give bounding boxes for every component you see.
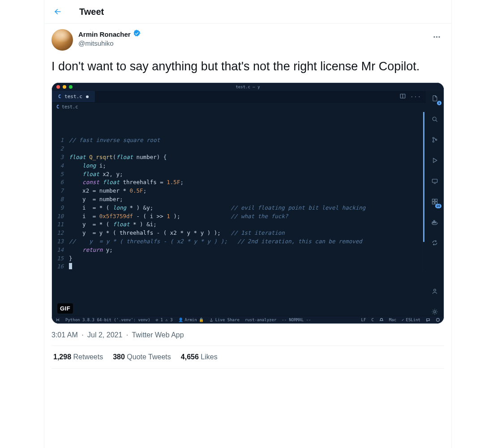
line-number: 10 <box>52 212 69 221</box>
svg-rect-15 <box>432 202 434 204</box>
code-line: 10 i = 0x5f3759df - ( i >> 1 ); // what … <box>52 212 426 221</box>
code-line: 4 long i; <box>52 162 426 170</box>
code-content: y = number; <box>69 195 426 204</box>
retweets-stat[interactable]: 1,298 Retweets <box>53 353 103 361</box>
line-number: 16 <box>52 263 69 271</box>
status-vim-mode: -- NORMAL -- <box>282 318 311 322</box>
code-content: // y = y * ( threehalfs - ( x2 * y * y )… <box>69 237 426 246</box>
tab-modified-dot-icon <box>86 95 89 98</box>
extensions-icon[interactable]: 16 <box>431 198 439 206</box>
tweet: Armin Ronacher @mitsuhiko I don't want t… <box>44 24 451 370</box>
line-number: 7 <box>52 187 69 195</box>
tweet-stats: 1,298 Retweets 380 Quote Tweets 4,656 Li… <box>51 346 444 369</box>
code-content: i = 0x5f3759df - ( i >> 1 ); // what the… <box>69 212 426 221</box>
tweet-time[interactable]: 3:01 AM <box>51 331 78 339</box>
code-line: 12 y = y * ( threehalfs - ( x2 * y * y )… <box>52 229 426 237</box>
line-number: 12 <box>52 229 69 237</box>
files-icon[interactable]: 1 <box>431 95 439 103</box>
author-block: Armin Ronacher @mitsuhiko <box>78 29 141 47</box>
status-mac[interactable]: Mac <box>389 318 396 322</box>
tweet-text: I don't want to say anything but that's … <box>51 59 444 74</box>
code-content: i = * ( long * ) &y; // evil floating po… <box>69 204 426 212</box>
docker-icon[interactable] <box>431 218 439 226</box>
status-feedback-icon[interactable] <box>426 318 430 322</box>
svg-point-2 <box>438 36 440 37</box>
scrollbar[interactable] <box>423 112 424 271</box>
code-content: x2 = number * 0.5F; <box>69 187 426 195</box>
code-line: 3float Q_rsqrt(float number) { <box>52 153 426 162</box>
status-liveshare[interactable]: Live Share <box>209 318 240 322</box>
window-title: test.c — y <box>52 85 444 89</box>
code-line: 2 <box>52 145 426 153</box>
page-header: Tweet <box>44 0 451 24</box>
code-editor[interactable]: 1// fast inverse square root23float Q_rs… <box>52 110 426 271</box>
status-notifications-icon[interactable] <box>436 318 440 322</box>
svg-point-8 <box>433 141 434 142</box>
status-rust[interactable]: rust-analyzer <box>245 318 276 322</box>
code-line: 9 i = * ( long * ) &y; // evil floating … <box>52 204 426 212</box>
run-icon[interactable] <box>431 156 439 164</box>
status-eslint[interactable]: ✓ ESLint <box>402 318 420 322</box>
status-python[interactable]: Python 3.8.3 64-bit ('.venv': venv) <box>65 318 150 322</box>
svg-point-7 <box>433 137 434 138</box>
breadcrumb-lang-badge: C <box>56 104 59 109</box>
back-button[interactable] <box>50 4 66 20</box>
right-sidebar <box>452 0 484 448</box>
line-number: 15 <box>52 254 69 263</box>
tab-more-icon[interactable]: ··· <box>410 94 421 100</box>
tweet-meta: 3:01 AM · Jul 2, 2021 · Twitter Web App <box>51 331 444 346</box>
page-title: Tweet <box>79 7 104 17</box>
svg-rect-19 <box>435 222 436 223</box>
editor-tab-testc[interactable]: C test.c <box>52 91 95 102</box>
author-handle[interactable]: @mitsuhiko <box>78 39 141 47</box>
main-column: Tweet Armin Ronacher @mitsuhiko <box>44 0 452 448</box>
svg-point-23 <box>437 319 440 322</box>
code-line: 7 x2 = number * 0.5F; <box>52 187 426 195</box>
quotes-stat[interactable]: 380 Quote Tweets <box>113 353 171 361</box>
code-line: 5 float x2, y; <box>52 170 426 179</box>
breadcrumb-file: test.c <box>62 104 78 109</box>
line-number: 3 <box>52 153 69 162</box>
status-eol[interactable]: LF <box>361 318 366 322</box>
svg-rect-11 <box>432 179 437 182</box>
status-bar: Python 3.8.3 64-bit ('.venv': venv) ⊘ 1 … <box>52 316 444 323</box>
status-bell-icon[interactable] <box>379 318 384 322</box>
likes-stat[interactable]: 4,656 Likes <box>181 353 218 361</box>
code-content <box>69 145 426 153</box>
editor-tabs: C test.c ··· <box>52 91 426 103</box>
gear-icon[interactable] <box>431 308 439 316</box>
search-icon[interactable] <box>431 115 439 123</box>
window-titlebar: test.c — y <box>52 83 444 91</box>
tweet-source[interactable]: Twitter Web App <box>132 331 184 339</box>
sync-icon[interactable] <box>431 239 439 247</box>
gif-badge: GIF <box>57 303 73 314</box>
code-line: 16 <box>52 263 426 271</box>
tweet-header: Armin Ronacher @mitsuhiko <box>51 29 444 51</box>
author-name[interactable]: Armin Ronacher <box>78 30 131 38</box>
code-line: 14 return y; <box>52 246 426 254</box>
remote-icon[interactable] <box>431 177 439 185</box>
code-content: float Q_rsqrt(float number) { <box>69 153 426 162</box>
tab-filename: test.c <box>64 94 82 99</box>
svg-rect-20 <box>434 220 435 221</box>
tweet-media[interactable]: test.c — y C test.c <box>51 82 444 324</box>
code-line: 1// fast inverse square root <box>52 136 426 145</box>
account-icon[interactable] <box>431 287 439 295</box>
status-lang[interactable]: C <box>371 318 373 322</box>
line-number: 9 <box>52 204 69 212</box>
avatar[interactable] <box>51 29 73 51</box>
source-control-icon[interactable] <box>431 136 439 144</box>
tweet-date[interactable]: Jul 2, 2021 <box>87 331 122 339</box>
code-line: 13// y = y * ( threehalfs - ( x2 * y * y… <box>52 237 426 246</box>
status-remote[interactable] <box>56 318 60 322</box>
left-sidebar <box>0 0 44 448</box>
split-editor-icon[interactable] <box>400 92 406 101</box>
code-line: 8 y = number; <box>52 195 426 204</box>
status-problems[interactable]: ⊘ 1 ⚠ 3 <box>156 318 173 322</box>
code-content: // fast inverse square root <box>69 136 426 145</box>
editor-breadcrumb[interactable]: C test.c <box>52 103 426 110</box>
line-number: 5 <box>52 170 69 179</box>
status-user[interactable]: 👤 Armin 🔒 <box>178 318 204 322</box>
more-button[interactable] <box>429 29 444 44</box>
line-number: 6 <box>52 178 69 187</box>
